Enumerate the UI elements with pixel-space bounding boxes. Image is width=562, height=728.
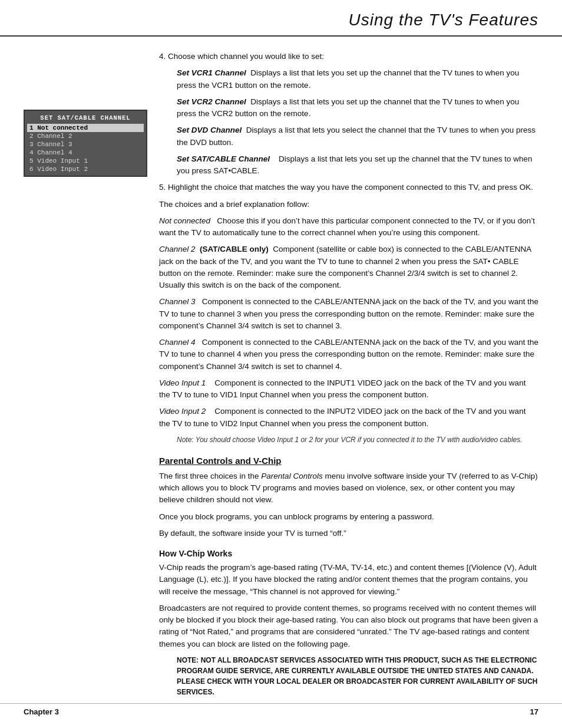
vcr2-label: Set VCR2 Channel <box>177 97 246 106</box>
channel4-block: Channel 4 Component is connected to the … <box>159 337 538 373</box>
tv-menu-item: 3 Channel 3 <box>27 140 144 149</box>
dvd-block: Set DVD Channel Displays a list that let… <box>159 124 538 149</box>
vcr1-label: Set VCR1 Channel <box>177 68 246 77</box>
choices-intro: The choices and a brief explanation foll… <box>159 199 538 210</box>
channel2-label: Channel 2 <box>159 245 196 253</box>
channel3-block: Channel 3 Component is connected to the … <box>159 296 538 332</box>
videoinput2-text: Component is connected to the INPUT2 VID… <box>159 407 525 427</box>
videoinput1-label: Video Input 1 <box>159 378 206 387</box>
videoinput2-block: Video Input 2 Component is connected to … <box>159 406 538 430</box>
parental-p1: The first three choices in the Parental … <box>159 470 538 506</box>
tv-menu-item: 1 Not connected <box>27 124 144 132</box>
channel4-label: Channel 4 <box>159 338 196 347</box>
vcr2-block: Set VCR2 Channel Displays a list that le… <box>159 96 538 120</box>
left-column: SET SAT/CABLE CHANNEL 1 Not connected 2 … <box>24 51 147 702</box>
vchip-p2: Broadcasters are not required to provide… <box>159 602 538 650</box>
vcr1-block: Set VCR1 Channel Displays a list that le… <box>159 67 538 91</box>
page-body: SET SAT/CABLE CHANNEL 1 Not connected 2 … <box>0 37 562 714</box>
not-connected-block: Not connected Choose this if you don’t h… <box>159 215 538 239</box>
parental-p1-italic: Parental Controls <box>261 472 322 480</box>
tv-menu-item: 5 Video Input 1 <box>27 157 144 165</box>
videoinput1-text: Component is connected to the INPUT1 VID… <box>159 378 525 399</box>
footer-page: 17 <box>530 707 538 716</box>
vchip-p1: V-Chip reads the program’s age-based rat… <box>159 562 538 598</box>
parental-p2: Once you block programs, you can unblock… <box>159 511 538 523</box>
note-italic: Note: You should choose Video Input 1 or… <box>159 434 538 445</box>
footer-chapter: Chapter 3 <box>24 707 59 716</box>
tv-menu-title: SET SAT/CABLE CHANNEL <box>27 113 144 123</box>
tv-menu: SET SAT/CABLE CHANNEL 1 Not connected 2 … <box>24 110 147 177</box>
satcable-label: Set SAT/CABLE Channel <box>177 154 270 163</box>
not-connected-text: Choose this if you don’t have this parti… <box>159 216 535 237</box>
channel3-label: Channel 3 <box>159 297 196 306</box>
page-footer: Chapter 3 17 <box>0 703 562 716</box>
channel3-text: Component is connected to the CABLE/ANTE… <box>159 297 538 330</box>
parental-heading: Parental Controls and V-Chip <box>159 456 538 466</box>
channel4-text: Component is connected to the CABLE/ANTE… <box>159 338 538 371</box>
vchip-heading: How V-Chip Works <box>159 549 538 558</box>
tv-menu-item: 6 Video Input 2 <box>27 165 144 173</box>
not-connected-label: Not connected <box>159 216 210 225</box>
channel2-qualifier: (SAT/CABLE only) <box>200 245 269 253</box>
videoinput2-label: Video Input 2 <box>159 407 206 416</box>
dvd-label: Set DVD Channel <box>177 126 242 134</box>
channel2-block: Channel 2 (SAT/CABLE only) Component (sa… <box>159 243 538 291</box>
page-header: Using the TV's Features <box>0 0 562 37</box>
step4-intro: 4. Choose which channel you would like t… <box>159 51 538 62</box>
tv-menu-item: 2 Channel 2 <box>27 132 144 140</box>
page-title: Using the TV's Features <box>24 11 538 29</box>
satcable-block: Set SAT/CABLE Channel Displays a list th… <box>159 153 538 177</box>
note-bold: NOTE: NOT ALL BROADCAST SERVICES ASSOCIA… <box>159 655 538 697</box>
parental-p3: By default, the software inside your TV … <box>159 528 538 539</box>
step5: 5. Highlight the choice that matches the… <box>159 182 538 193</box>
videoinput1-block: Video Input 1 Component is connected to … <box>159 377 538 401</box>
tv-menu-item: 4 Channel 4 <box>27 149 144 157</box>
right-column: 4. Choose which channel you would like t… <box>159 51 538 702</box>
